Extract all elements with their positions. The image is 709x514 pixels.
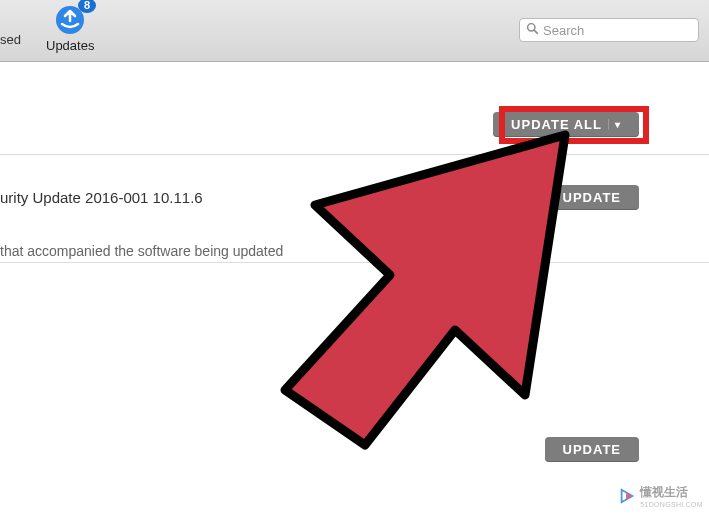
watermark-icon — [618, 487, 636, 505]
update-title: urity Update 2016-001 10.11.6 — [0, 189, 203, 206]
update-all-button[interactable]: UPDATE ALL ▾ — [493, 112, 639, 137]
update-button[interactable]: UPDATE — [545, 185, 639, 210]
updates-icon: 8 — [54, 4, 86, 36]
update-desc: that accompanied the software being upda… — [0, 243, 283, 259]
tab-updates[interactable]: 8 Updates — [46, 4, 94, 53]
chevron-down-icon: ▾ — [608, 119, 621, 130]
search-input[interactable] — [543, 23, 709, 38]
svg-line-2 — [534, 30, 537, 33]
content-area: UPDATE ALL ▾ urity Update 2016-001 10.11… — [0, 62, 709, 457]
tab-fragment: sed — [0, 30, 29, 49]
watermark: 懂视生活 51DONGSHI.COM — [618, 484, 703, 508]
update-button[interactable]: UPDATE — [545, 437, 639, 462]
watermark-sub: 51DONGSHI.COM — [640, 501, 703, 508]
search-field[interactable] — [519, 18, 699, 42]
toolbar: sed 8 Updates — [0, 0, 709, 62]
updates-label: Updates — [46, 38, 94, 53]
search-icon — [526, 21, 539, 39]
update-all-label: UPDATE ALL — [511, 117, 602, 132]
updates-badge: 8 — [78, 0, 96, 13]
watermark-text: 懂视生活 — [640, 484, 703, 501]
update-row: UPDATE — [0, 377, 709, 514]
update-row: urity Update 2016-001 10.11.6 that accom… — [0, 154, 709, 259]
